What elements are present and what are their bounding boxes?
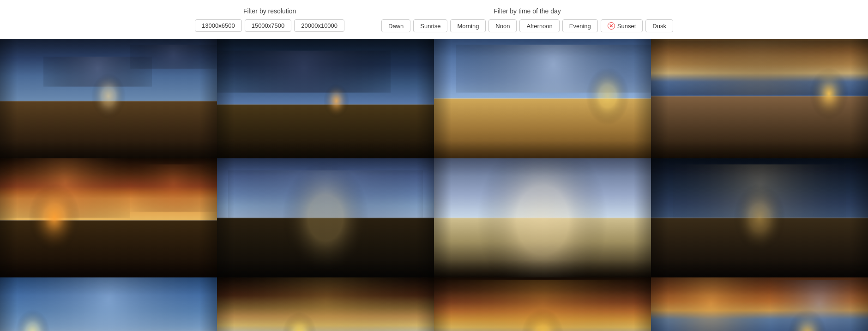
scene-canvas-8 xyxy=(651,158,868,278)
filter-btn-time-dusk[interactable]: Dusk xyxy=(645,19,673,32)
time-filter-label: Filter by time of the day xyxy=(494,7,561,15)
time-filter-group: Filter by time of the day DawnSunriseMor… xyxy=(381,7,673,32)
filter-btn-time-sunset[interactable]: ✕Sunset xyxy=(601,19,643,32)
filter-btn-time-evening[interactable]: Evening xyxy=(562,19,598,32)
grid-item-1[interactable] xyxy=(0,39,217,158)
filter-btn-label-time-dawn: Dawn xyxy=(388,23,404,30)
filter-btn-time-noon[interactable]: Noon xyxy=(488,19,517,32)
filter-btn-label-time-morning: Morning xyxy=(457,23,479,30)
remove-icon: ✕ xyxy=(608,22,615,30)
grid-item-12[interactable] xyxy=(651,277,868,331)
resolution-filter-group: Filter by resolution 13000x650015000x750… xyxy=(195,7,344,32)
filter-btn-time-dawn[interactable]: Dawn xyxy=(381,19,410,32)
filter-bar: Filter by resolution 13000x650015000x750… xyxy=(0,0,868,39)
scene-canvas-2 xyxy=(217,39,434,158)
grid-item-6[interactable] xyxy=(217,158,434,278)
grid-item-4[interactable] xyxy=(651,39,868,158)
time-buttons: DawnSunriseMorningNoonAfternoonEvening✕S… xyxy=(381,19,673,32)
grid-item-11[interactable] xyxy=(434,277,651,331)
grid-item-9[interactable] xyxy=(0,277,217,331)
grid-item-10[interactable] xyxy=(217,277,434,331)
scene-canvas-5 xyxy=(0,158,217,278)
resolution-filter-label: Filter by resolution xyxy=(243,7,296,15)
filter-btn-time-afternoon[interactable]: Afternoon xyxy=(519,19,559,32)
grid-item-3[interactable] xyxy=(434,39,651,158)
filter-btn-label-time-noon: Noon xyxy=(495,23,510,30)
filter-btn-label-time-dusk: Dusk xyxy=(652,23,666,30)
resolution-buttons: 13000x650015000x750020000x10000 xyxy=(195,19,344,32)
scene-canvas-6 xyxy=(217,158,434,278)
filter-btn-label-time-afternoon: Afternoon xyxy=(526,23,552,30)
scene-canvas-9 xyxy=(0,277,217,331)
filter-btn-time-sunrise[interactable]: Sunrise xyxy=(413,19,447,32)
filter-btn-label-time-sunrise: Sunrise xyxy=(420,23,440,30)
scene-canvas-4 xyxy=(651,39,868,158)
filter-btn-label-time-sunset: Sunset xyxy=(617,23,636,30)
image-grid xyxy=(0,39,868,331)
filter-btn-time-morning[interactable]: Morning xyxy=(450,19,486,32)
scene-canvas-12 xyxy=(651,277,868,331)
grid-item-8[interactable] xyxy=(651,158,868,278)
filter-btn-res-15000[interactable]: 15000x7500 xyxy=(245,19,292,32)
scene-canvas-11 xyxy=(434,277,651,331)
filter-btn-res-13000[interactable]: 13000x6500 xyxy=(195,19,242,32)
filter-btn-res-20000[interactable]: 20000x10000 xyxy=(294,19,344,32)
scene-canvas-1 xyxy=(0,39,217,158)
grid-item-7[interactable] xyxy=(434,158,651,278)
grid-item-5[interactable] xyxy=(0,158,217,278)
scene-canvas-10 xyxy=(217,277,434,331)
grid-item-2[interactable] xyxy=(217,39,434,158)
scene-canvas-3 xyxy=(434,39,651,158)
filter-btn-label-time-evening: Evening xyxy=(569,23,591,30)
scene-canvas-7 xyxy=(434,158,651,278)
